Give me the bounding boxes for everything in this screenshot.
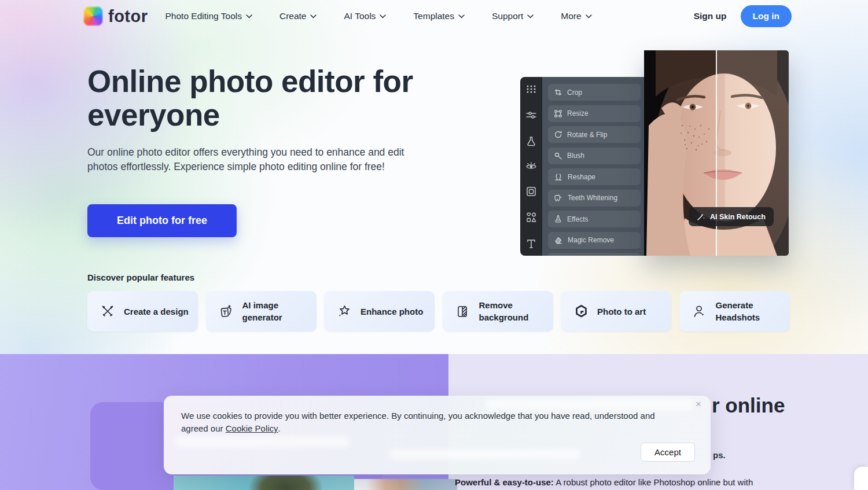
magic-wand-icon [697, 212, 705, 221]
menu-item-effects[interactable]: Effects [548, 211, 641, 227]
create-design-icon [101, 304, 115, 319]
enhance-photo-icon [337, 304, 352, 319]
resize-icon [554, 110, 562, 117]
shapes-icon[interactable] [526, 212, 537, 223]
card-ai-image-generator[interactable]: AI image generator [206, 291, 317, 331]
adjust-sliders-icon[interactable] [526, 110, 536, 120]
feature-cards: Create a design AI image generator Enhan… [87, 291, 790, 331]
nav-item-photo-editing-tools[interactable]: Photo Editing Tools [165, 11, 252, 21]
signup-link[interactable]: Sign up [694, 11, 727, 21]
nav-item-templates[interactable]: Templates [413, 11, 465, 21]
hero-section: fotor Photo Editing Tools Create AI Tool… [0, 0, 868, 354]
section-text-fragment: ps. [713, 450, 726, 460]
menu-item-blush[interactable]: Blush [548, 148, 641, 164]
chat-widget-corner[interactable] [854, 467, 868, 490]
nav-item-support[interactable]: Support [492, 11, 534, 21]
card-generate-headshots[interactable]: Generate Headshots [679, 291, 790, 331]
rotate-icon [554, 131, 562, 138]
chevron-down-icon [310, 14, 317, 19]
menu-item-partial[interactable] [548, 253, 641, 256]
bullet-rest: A robust photo editor like Photoshop onl… [554, 477, 753, 487]
beach-photo-thumbnail [174, 476, 354, 490]
fotor-landing-page: fotor Photo Editing Tools Create AI Tool… [0, 0, 868, 490]
hero-description: Our online photo editor offers everythin… [87, 145, 435, 174]
menu-item-reshape[interactable]: Reshape [548, 168, 641, 185]
flask-icon[interactable] [526, 136, 536, 146]
apps-grid-icon[interactable] [526, 84, 536, 94]
navbar-right: Sign up Log in [694, 0, 792, 32]
chevron-down-icon [527, 14, 534, 19]
menu-item-magic-remove[interactable]: Magic Remove [548, 232, 641, 249]
blurred-content-ghost [175, 436, 349, 448]
hand-photo-thumbnail [354, 479, 457, 490]
fotor-wordmark: fotor [108, 7, 148, 26]
features-heading: Discover popular features [87, 272, 194, 282]
ai-image-generator-icon [219, 304, 234, 319]
remove-background-icon [456, 304, 470, 319]
frame-icon[interactable] [526, 186, 536, 197]
blurred-content-ghost [389, 449, 580, 459]
blush-icon [554, 152, 562, 160]
nav-item-ai-tools[interactable]: AI Tools [344, 11, 386, 21]
chevron-down-icon [458, 14, 465, 19]
crop-icon [554, 89, 562, 96]
beauty-eye-icon[interactable] [525, 161, 537, 171]
menu-item-teeth-whitening[interactable]: Teeth Whitening [548, 190, 641, 207]
card-create-a-design[interactable]: Create a design [87, 291, 198, 331]
chevron-down-icon [380, 14, 386, 19]
cookie-policy-link[interactable]: Cookie Policy [226, 423, 278, 433]
accept-cookies-button[interactable]: Accept [641, 443, 695, 462]
bullet-bold: Powerful & easy-to-use: [455, 477, 554, 487]
chevron-down-icon [246, 14, 252, 19]
close-icon[interactable]: × [692, 398, 705, 411]
editor-menu-panel: Crop Resize Rotate & Flip Blush Reshape … [542, 77, 644, 256]
edit-photo-cta-button[interactable]: Edit photo for free [87, 204, 237, 237]
card-photo-to-art[interactable]: Photo to art [561, 291, 671, 331]
generate-headshots-icon [693, 304, 707, 319]
section-heading-fragment: r online [712, 394, 785, 417]
cookie-message: We use cookies to provide you with bette… [181, 410, 679, 435]
card-enhance-photo[interactable]: Enhance photo [324, 291, 435, 331]
editor-tool-rail [520, 77, 542, 256]
menu-item-resize[interactable]: Resize [548, 105, 641, 122]
nav-item-create[interactable]: Create [279, 11, 317, 21]
chevron-down-icon [586, 14, 592, 19]
text-icon[interactable] [526, 238, 536, 249]
fotor-logo[interactable]: fotor [83, 6, 148, 26]
menu-item-crop[interactable]: Crop [548, 84, 641, 101]
fotor-logo-icon [83, 6, 103, 26]
blurred-content-ghost [485, 398, 693, 411]
card-remove-background[interactable]: Remove background [443, 291, 553, 331]
ai-skin-retouch-tooltip[interactable]: AI Skin Retouch [689, 207, 774, 226]
section-bullet-line: Powerful & easy-to-use: A robust photo e… [455, 477, 779, 488]
login-button[interactable]: Log in [741, 5, 792, 27]
reshape-icon [554, 173, 562, 180]
nav-menu: Photo Editing Tools Create AI Tools Temp… [165, 11, 592, 21]
teeth-icon [554, 194, 562, 202]
navbar-left: fotor Photo Editing Tools Create AI Tool… [83, 0, 592, 32]
cookie-banner: We use cookies to provide you with bette… [164, 396, 711, 474]
magic-remove-icon [554, 237, 562, 244]
photo-to-art-icon [574, 304, 589, 319]
nav-item-more[interactable]: More [561, 11, 591, 21]
effects-icon [554, 215, 562, 223]
page-title: Online photo editor for everyone [87, 65, 458, 132]
menu-item-rotate-flip[interactable]: Rotate & Flip [548, 126, 641, 143]
